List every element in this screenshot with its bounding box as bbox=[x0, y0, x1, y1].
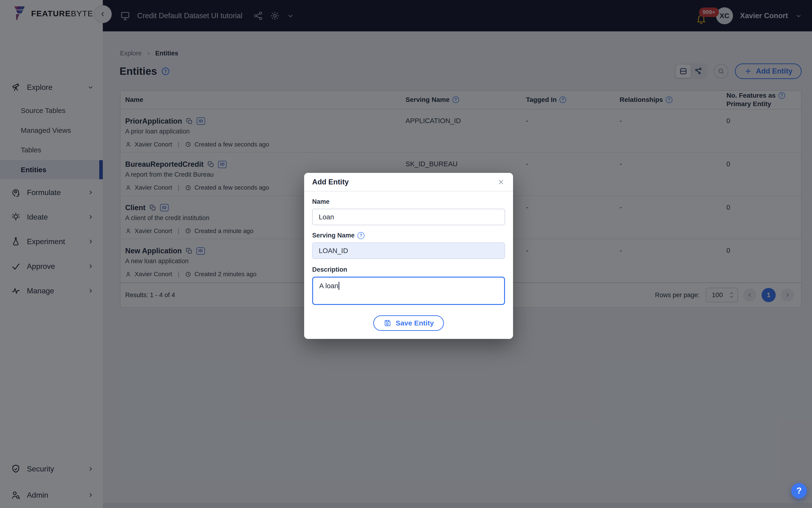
save-entity-button[interactable]: Save Entity bbox=[373, 315, 444, 331]
close-icon[interactable] bbox=[497, 178, 505, 186]
serving-name-label: Serving Name ? bbox=[312, 232, 505, 239]
name-label: Name bbox=[312, 198, 505, 205]
add-entity-modal: Add Entity Name Serving Name ? Descripti… bbox=[304, 173, 513, 339]
save-entity-label: Save Entity bbox=[396, 319, 434, 327]
text-caret bbox=[339, 282, 339, 290]
entity-name-input[interactable] bbox=[312, 209, 505, 225]
modal-title: Add Entity bbox=[312, 178, 349, 186]
description-text: A loan bbox=[319, 282, 339, 290]
floppy-icon bbox=[384, 319, 391, 327]
serving-name-input[interactable] bbox=[312, 243, 505, 259]
app-root: Credit Default Dataset UI tutorial 999+ … bbox=[0, 0, 812, 508]
description-label: Description bbox=[312, 266, 505, 273]
description-textarea[interactable]: A loan bbox=[312, 277, 505, 305]
serving-name-help-icon[interactable]: ? bbox=[357, 232, 364, 239]
help-fab[interactable]: ? bbox=[791, 483, 807, 499]
